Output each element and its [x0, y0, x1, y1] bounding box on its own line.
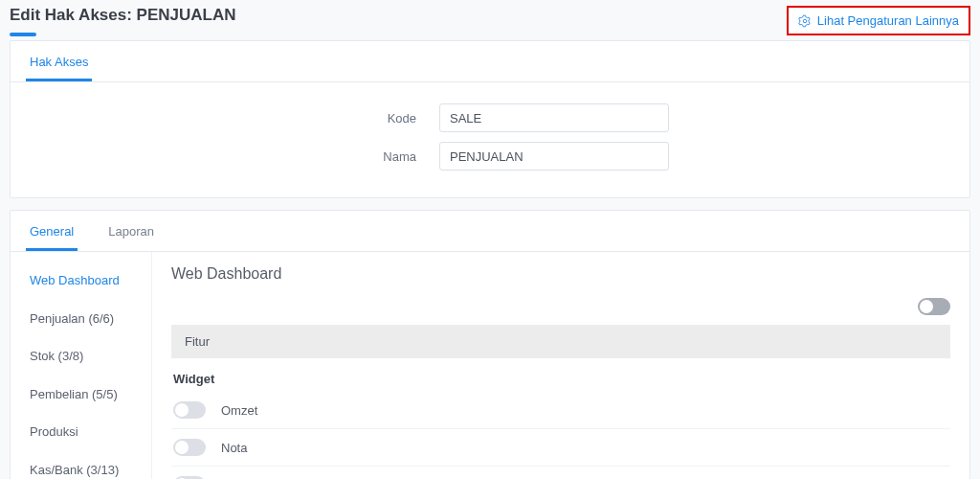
sidebar-item-web-dashboard[interactable]: Web Dashboard — [11, 265, 151, 296]
feature-row: Omzet — [171, 396, 950, 424]
gear-icon — [798, 14, 812, 28]
tab-hak-akses[interactable]: Hak Akses — [26, 41, 92, 81]
label-nama: Nama — [311, 149, 416, 164]
progress-indicator — [10, 33, 36, 36]
detail-card: General Laporan Web Dashboard Penjualan … — [10, 210, 970, 479]
sidebar-item-kas-bank[interactable]: Kas/Bank (3/13) — [11, 455, 151, 479]
feature-band: Fitur — [171, 325, 950, 358]
page-title: Edit Hak Akses: PENJUALAN — [10, 6, 236, 25]
sidebar-item-pembelian[interactable]: Pembelian (5/5) — [11, 379, 151, 410]
view-other-settings-link[interactable]: Lihat Pengaturan Lainnya — [787, 6, 970, 35]
tab-laporan[interactable]: Laporan — [104, 211, 158, 251]
label-kode: Kode — [311, 111, 416, 125]
sidebar-item-penjualan[interactable]: Penjualan (6/6) — [11, 304, 151, 334]
feature-label: Omzet — [221, 403, 257, 418]
main-panel: Web Dashboard Fitur Widget Omzet Nota Qt… — [152, 252, 969, 479]
master-toggle[interactable] — [918, 298, 950, 315]
feature-row: Qty Terjual — [171, 466, 950, 479]
toggle-nota[interactable] — [173, 439, 206, 456]
sidebar-item-produksi[interactable]: Produksi — [11, 417, 151, 447]
widget-subhead: Widget — [171, 368, 950, 396]
section-title: Web Dashboard — [171, 265, 950, 283]
svg-point-0 — [803, 19, 807, 23]
nama-field[interactable] — [439, 142, 669, 171]
toggle-omzet[interactable] — [173, 401, 206, 419]
tab-general[interactable]: General — [26, 211, 78, 251]
access-form-card: Hak Akses Kode Nama — [10, 40, 970, 198]
kode-field[interactable] — [439, 103, 669, 132]
feature-row: Nota — [171, 428, 950, 462]
category-sidebar: Web Dashboard Penjualan (6/6) Stok (3/8)… — [11, 252, 152, 479]
sidebar-item-stok[interactable]: Stok (3/8) — [11, 341, 151, 372]
feature-label: Nota — [221, 441, 247, 455]
view-other-settings-label: Lihat Pengaturan Lainnya — [817, 13, 959, 28]
